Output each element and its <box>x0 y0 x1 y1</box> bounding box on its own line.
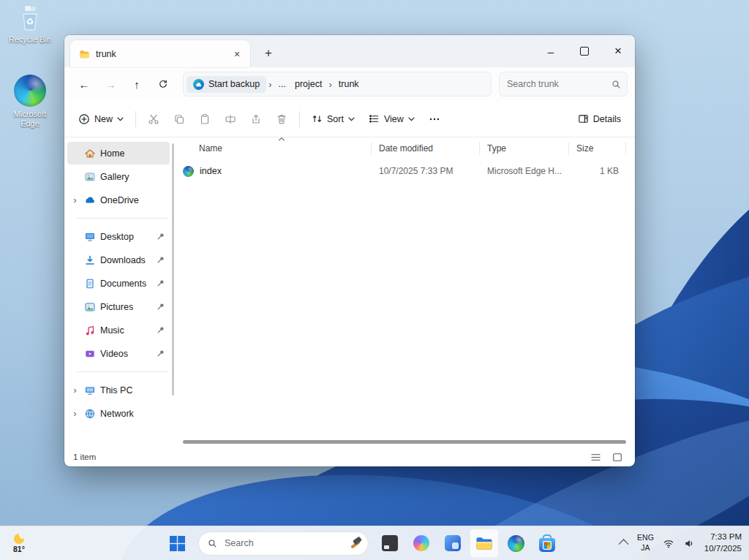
window-controls: – × <box>534 35 635 67</box>
view-button[interactable]: View <box>362 108 421 129</box>
taskbar-search-input[interactable] <box>223 537 342 549</box>
sidebar-item-desktop[interactable]: Desktop <box>67 225 170 248</box>
sidebar-item-pictures[interactable]: Pictures <box>67 295 170 318</box>
plus-circle-icon <box>78 113 90 125</box>
backup-cloud-icon <box>193 79 204 90</box>
tab-trunk[interactable]: trunk × <box>70 40 250 67</box>
chevron-right-icon[interactable]: › <box>70 409 80 419</box>
windows-logo-icon <box>170 536 185 551</box>
new-button[interactable]: New <box>72 108 130 130</box>
clock[interactable]: 7:33 PM 10/7/2025 <box>700 530 746 556</box>
svg-text:♻: ♻ <box>26 17 34 27</box>
pinned-app-button[interactable] <box>375 529 404 558</box>
file-explorer-window: trunk × + – × ← → ↑ Start ba <box>64 35 635 466</box>
chevron-right-icon[interactable]: › <box>70 385 80 396</box>
sidebar-item-downloads[interactable]: Downloads <box>67 249 170 271</box>
breadcrumb-trunk[interactable]: trunk <box>334 76 364 92</box>
sidebar-item-label: Downloads <box>100 255 146 265</box>
details-button[interactable]: Details <box>571 108 628 129</box>
widgets-button[interactable] <box>438 529 467 558</box>
breadcrumb-chevron-icon: › <box>326 79 334 90</box>
weather-widget[interactable]: 81° <box>7 526 31 560</box>
downloads-icon <box>84 254 96 266</box>
videos-icon <box>84 348 96 360</box>
minimize-button[interactable]: – <box>534 35 568 67</box>
breadcrumb-collapsed[interactable]: ... <box>274 76 290 92</box>
sidebar-item-label: Desktop <box>100 232 134 242</box>
sidebar-item-this-pc[interactable]: › This PC <box>67 379 170 401</box>
sidebar-item-gallery[interactable]: Gallery <box>67 165 170 188</box>
network-button[interactable] <box>659 530 678 556</box>
more-options-button[interactable] <box>422 107 447 132</box>
recycle-bin-icon: ♻ <box>17 4 43 32</box>
rename-button[interactable] <box>218 107 243 132</box>
store-icon <box>539 538 555 552</box>
desktop-icon-edge[interactable]: Microsoft Edge <box>1 75 59 129</box>
sidebar-item-videos[interactable]: Videos <box>67 342 170 365</box>
cut-button[interactable] <box>141 107 166 132</box>
details-view-toggle[interactable] <box>587 450 604 464</box>
sidebar-item-network[interactable]: › Network <box>67 402 170 425</box>
hidden-icons-button[interactable] <box>617 530 632 556</box>
taskbar-center <box>162 526 562 560</box>
sidebar-item-music[interactable]: Music <box>67 319 170 341</box>
copy-button[interactable] <box>167 107 192 132</box>
details-button-label: Details <box>593 114 621 124</box>
close-button[interactable]: × <box>601 35 635 67</box>
maximize-button[interactable] <box>568 35 601 67</box>
music-icon <box>84 325 96 336</box>
tab-close-icon[interactable]: × <box>228 45 246 63</box>
file-explorer-button[interactable] <box>470 529 499 558</box>
network-icon <box>84 408 96 420</box>
column-header-size[interactable]: Size <box>569 142 626 155</box>
delete-button[interactable] <box>269 107 294 132</box>
edge-icon <box>508 535 524 552</box>
chevron-right-icon[interactable]: › <box>70 195 80 205</box>
breadcrumb-project[interactable]: project <box>290 76 327 92</box>
pin-icon <box>156 232 165 241</box>
language-indicator[interactable]: ENG JA <box>633 530 658 556</box>
sidebar-item-label: Network <box>100 409 134 419</box>
volume-button[interactable] <box>680 530 699 556</box>
file-row-index[interactable]: index 10/7/2025 7:33 PM Microsoft Edge H… <box>174 159 635 183</box>
chevron-down-icon <box>348 117 355 121</box>
sidebar-item-label: Home <box>100 148 124 159</box>
breadcrumb-start-backup[interactable]: Start backup <box>187 76 266 93</box>
taskbar-search[interactable] <box>198 531 369 556</box>
desktop-icon-recycle-bin[interactable]: ♻ Recycle Bin <box>1 4 59 45</box>
weather-icon <box>14 534 24 544</box>
start-button[interactable] <box>162 529 192 558</box>
address-bar[interactable]: Start backup › ... project › trunk <box>183 72 492 97</box>
pin-icon <box>156 255 165 265</box>
paste-button[interactable] <box>192 107 217 132</box>
share-button[interactable] <box>244 107 268 132</box>
pictures-icon <box>84 301 96 313</box>
store-button[interactable] <box>532 529 562 558</box>
weather-temp: 81° <box>13 545 25 553</box>
column-header-name[interactable]: Name <box>174 142 372 155</box>
sidebar-item-onedrive[interactable]: › OneDrive <box>67 189 170 211</box>
this-pc-icon <box>84 385 96 396</box>
search-icon <box>208 539 217 548</box>
language-line2: JA <box>641 543 650 553</box>
item-count: 1 item <box>73 453 96 461</box>
pin-icon <box>156 325 165 335</box>
copilot-button[interactable] <box>407 529 436 558</box>
sidebar-item-documents[interactable]: Documents <box>67 272 170 295</box>
sidebar-item-home[interactable]: Home <box>67 142 170 164</box>
sort-button[interactable]: Sort <box>305 108 361 129</box>
forward-button[interactable]: → <box>98 72 123 97</box>
large-icons-view-toggle[interactable] <box>609 450 626 464</box>
refresh-button[interactable] <box>151 72 176 97</box>
horizontal-scrollbar[interactable] <box>183 440 626 444</box>
column-header-type[interactable]: Type <box>480 142 569 155</box>
up-button[interactable]: ↑ <box>124 72 149 97</box>
search-input[interactable] <box>505 78 607 90</box>
edge-button[interactable] <box>501 529 530 558</box>
column-header-date-modified[interactable]: Date modified <box>372 142 480 155</box>
sidebar-item-label: Pictures <box>100 302 133 312</box>
divider <box>135 111 136 127</box>
new-tab-button[interactable]: + <box>257 42 279 64</box>
search-box[interactable] <box>499 72 628 97</box>
back-button[interactable]: ← <box>72 72 97 97</box>
